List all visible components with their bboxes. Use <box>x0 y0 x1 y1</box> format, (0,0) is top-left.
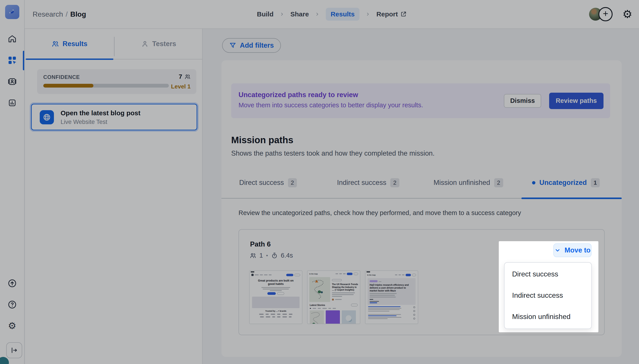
move-to-button[interactable]: Move to <box>553 244 591 257</box>
menu-item-direct-success[interactable]: Direct success <box>505 263 591 285</box>
move-to-spotlight: Move to Direct success Indirect success … <box>499 241 598 332</box>
move-to-menu: Direct success Indirect success Mission … <box>504 262 592 329</box>
chevron-down-icon <box>554 247 561 254</box>
menu-item-indirect-success[interactable]: Indirect success <box>505 285 591 306</box>
menu-item-mission-unfinished[interactable]: Mission unfinished <box>505 306 591 327</box>
